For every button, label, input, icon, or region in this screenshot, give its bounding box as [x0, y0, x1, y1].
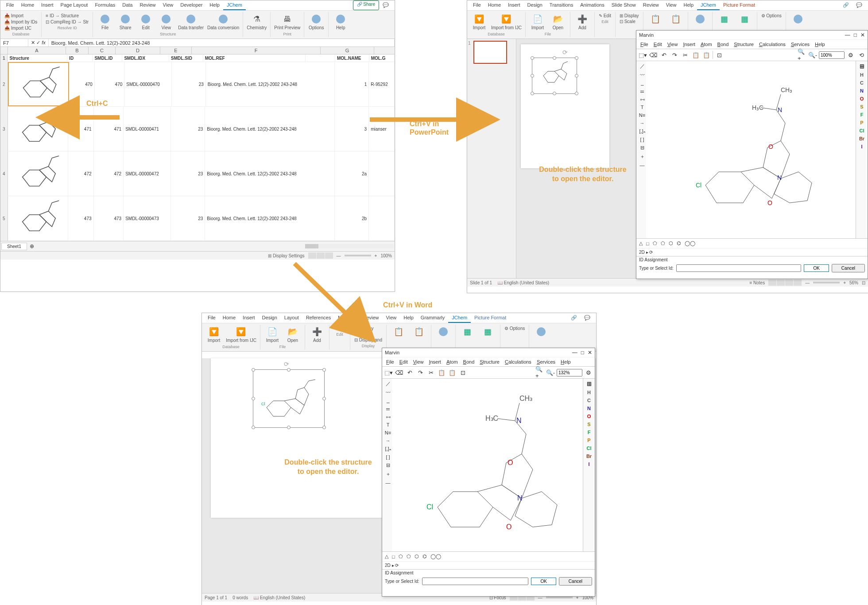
zoom-input[interactable]: [557, 369, 582, 376]
max-button[interactable]: □: [854, 32, 857, 38]
cut-button[interactable]: ✂: [426, 368, 435, 377]
zoom-out[interactable]: 🔍-: [808, 50, 817, 59]
comments-button[interactable]: 💬: [581, 313, 594, 323]
square-tool[interactable]: □: [646, 241, 649, 246]
atom-F[interactable]: F: [588, 430, 591, 435]
fused-tool[interactable]: ◯◯: [685, 240, 695, 246]
vtool[interactable]: ⚌: [386, 406, 390, 411]
cancel-button[interactable]: Cancel: [559, 577, 592, 586]
triangle-tool[interactable]: △: [385, 554, 388, 559]
vtool[interactable]: ⚌: [640, 88, 644, 94]
periodic-icon[interactable]: ⊞: [860, 63, 864, 70]
box-tool[interactable]: ⊡: [715, 50, 724, 59]
vtool[interactable]: ⧟: [386, 414, 391, 419]
display-settings[interactable]: ⊞ Display Settings: [268, 253, 304, 258]
square-tool[interactable]: □: [392, 554, 395, 559]
tab-pagelayout[interactable]: Page Layout: [57, 0, 92, 10]
zoom-level[interactable]: 56%: [849, 280, 858, 285]
atom-N[interactable]: N: [860, 88, 864, 93]
menu-calculations[interactable]: Calculations: [503, 358, 534, 365]
circ2[interactable]: [789, 13, 807, 25]
col-d[interactable]: D: [116, 47, 160, 54]
atom-P[interactable]: P: [587, 438, 590, 443]
menu-services[interactable]: Services: [535, 358, 558, 365]
select-tool[interactable]: ⬚▾: [384, 368, 393, 377]
vtool[interactable]: ⎯: [641, 80, 644, 85]
col-e[interactable]: E: [160, 47, 192, 54]
tab-help[interactable]: Help: [400, 313, 417, 323]
tab-insert[interactable]: Insert: [504, 0, 524, 10]
marvin-canvas[interactable]: CH₃ H₃C N O N O Cl: [646, 61, 858, 238]
tab-grammarly[interactable]: Grammarly: [417, 313, 448, 323]
menu-file[interactable]: File: [638, 41, 651, 48]
menu-calculations[interactable]: Calculations: [757, 41, 788, 48]
tab-file[interactable]: File: [469, 0, 484, 10]
pentagon-tool[interactable]: ⬠: [653, 240, 657, 246]
grid2[interactable]: ▦: [479, 326, 497, 338]
vtool[interactable]: →: [640, 120, 645, 126]
atom-Br[interactable]: Br: [586, 454, 592, 459]
word-count[interactable]: 0 words: [232, 595, 248, 600]
hexagon-tool[interactable]: ⬡: [669, 240, 673, 246]
compreg-button[interactable]: ⊡ CompReg ID → Str: [44, 19, 90, 25]
col-a[interactable]: A: [8, 47, 66, 54]
pentagon2-tool[interactable]: ⬠: [661, 240, 665, 246]
share-struct-button[interactable]: Share: [116, 13, 135, 31]
copy-button[interactable]: 📋: [437, 368, 446, 377]
lang[interactable]: 📖 English (United States): [253, 595, 305, 600]
grid2[interactable]: ▦: [736, 13, 754, 25]
file-button[interactable]: File: [96, 13, 114, 31]
tab-jchem[interactable]: JChem: [448, 313, 471, 323]
edit-button[interactable]: Edit: [136, 13, 155, 31]
menu-bond[interactable]: Bond: [461, 358, 477, 365]
conversion-button[interactable]: Data conversion: [206, 13, 240, 31]
min-button[interactable]: —: [572, 349, 577, 356]
import-ids-button[interactable]: 📥 Import by IDs: [3, 19, 39, 25]
tab-developer[interactable]: Developer: [177, 0, 206, 10]
help-button[interactable]: Help: [331, 13, 350, 31]
paste-button[interactable]: 📋: [702, 50, 711, 59]
menu-help[interactable]: Help: [558, 358, 573, 365]
print-preview-button[interactable]: 🖶Print Preview: [273, 13, 301, 31]
atom-O[interactable]: O: [587, 414, 591, 419]
tab-animations[interactable]: Animations: [577, 0, 608, 10]
menu-help[interactable]: Help: [813, 41, 827, 48]
min-button[interactable]: —: [845, 32, 850, 38]
tab-picformat[interactable]: Picture Format: [471, 313, 510, 323]
cut-button[interactable]: ✂: [681, 50, 690, 59]
atom-S[interactable]: S: [860, 104, 863, 109]
vtool[interactable]: T: [387, 422, 390, 427]
vtool[interactable]: ⎯: [387, 398, 390, 403]
c2[interactable]: 📋: [410, 326, 428, 338]
vtool[interactable]: ／: [640, 63, 645, 70]
tab-help[interactable]: Help: [206, 0, 223, 10]
cancel-button[interactable]: Cancel: [832, 264, 865, 272]
import-button[interactable]: 🔽Import: [470, 13, 488, 31]
tab-help[interactable]: Help: [680, 0, 697, 10]
formula-input[interactable]: Bioorg. Med. Chem. Lett. 12(2)-2002 243-…: [49, 39, 395, 47]
tab-jchem[interactable]: JChem: [223, 0, 246, 10]
display-button[interactable]: ⊞ Display: [618, 13, 640, 19]
add-sheet[interactable]: ⊕: [27, 242, 37, 250]
col-g[interactable]: G: [321, 47, 374, 54]
import-ijc-button[interactable]: 🔽Import from IJC: [225, 326, 257, 344]
atom-I[interactable]: I: [588, 462, 589, 467]
comments-button[interactable]: 💬: [379, 0, 392, 10]
tab-data[interactable]: Data: [119, 0, 136, 10]
triangle-tool[interactable]: △: [639, 240, 643, 246]
sheet-tab[interactable]: Sheet1: [1, 243, 27, 250]
vtool[interactable]: —: [640, 163, 645, 168]
box-tool[interactable]: ⊡: [458, 368, 467, 377]
copy-button[interactable]: 📋: [691, 50, 700, 59]
structure-cell[interactable]: [8, 151, 68, 196]
link-button[interactable]: ⟲: [857, 50, 866, 59]
c1[interactable]: 📋: [389, 326, 408, 338]
c2[interactable]: 📋: [666, 13, 685, 25]
atom-N[interactable]: N: [587, 406, 591, 411]
selected-structure[interactable]: [532, 58, 577, 94]
options-button[interactable]: ⚙ Options: [503, 326, 526, 331]
menu-view[interactable]: View: [665, 41, 680, 48]
file-import-button[interactable]: 📄Import: [528, 13, 547, 31]
vtool[interactable]: [,]ₙ: [639, 128, 645, 134]
vtool[interactable]: [ ]: [386, 454, 390, 460]
